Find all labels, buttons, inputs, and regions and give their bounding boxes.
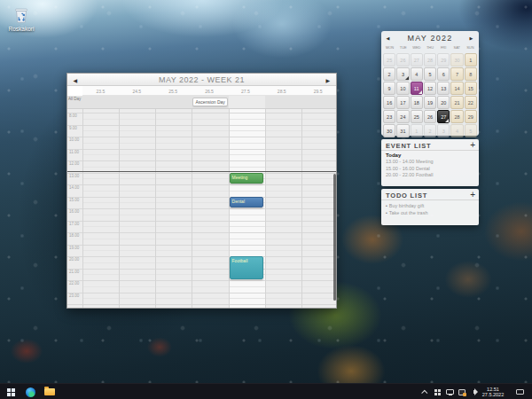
hour-label: 18.00 — [69, 233, 82, 238]
clock-date: 27.5.2022 — [482, 392, 504, 398]
tray-apps-button[interactable] — [432, 384, 442, 399]
day-tile[interactable]: 5 — [424, 67, 436, 81]
day-tile[interactable]: 19 — [424, 96, 436, 109]
hour-label: 8.00 — [69, 113, 82, 118]
day-tile[interactable]: 22 — [465, 96, 477, 109]
day-tile[interactable]: 15 — [465, 82, 477, 95]
day-tile[interactable]: 9 — [383, 82, 395, 95]
weekday-label: MON — [383, 45, 396, 52]
day-tile[interactable]: 27 — [411, 53, 423, 66]
windows-logo-icon — [7, 388, 15, 396]
next-week-icon[interactable]: ▶ — [322, 74, 334, 86]
column-divider — [155, 109, 156, 308]
day-tile[interactable]: 16 — [383, 96, 395, 109]
all-day-event[interactable]: Ascension Day — [192, 98, 227, 106]
calendar-event[interactable]: Football — [230, 256, 263, 279]
day-tile[interactable]: 3 — [396, 67, 409, 81]
day-tile[interactable]: 1 — [465, 53, 477, 66]
day-tile[interactable]: 12 — [424, 82, 436, 95]
hour-label: 15.00 — [69, 198, 82, 202]
weekday-label: WED — [410, 45, 423, 52]
half-hour-line — [82, 202, 336, 203]
week-scrollbar[interactable] — [333, 174, 336, 301]
week-view-titlebar[interactable]: ◀ MAY 2022 - WEEK 21 ▶ — [67, 74, 336, 86]
touch-keyboard-icon — [516, 389, 524, 395]
sync-tray-button[interactable] — [457, 384, 467, 399]
day-tile[interactable]: 5 — [465, 124, 477, 137]
calendar-event[interactable]: Dental — [230, 197, 263, 208]
start-button[interactable] — [2, 384, 20, 399]
edge-browser-button[interactable] — [21, 384, 39, 399]
all-day-label: All Day — [68, 97, 82, 101]
day-tile[interactable]: 25 — [411, 110, 423, 123]
day-tile[interactable]: 17 — [396, 96, 409, 109]
day-tile[interactable]: 26 — [396, 53, 409, 66]
day-tile[interactable]: 6 — [437, 67, 450, 81]
day-tile[interactable]: 3 — [437, 124, 450, 137]
hour-label: 13.00 — [69, 174, 82, 178]
day-tile[interactable]: 25 — [383, 53, 395, 66]
bullet-icon: • — [386, 210, 387, 215]
day-tile[interactable]: 8 — [465, 67, 477, 81]
hour-label: 16.00 — [69, 209, 82, 214]
prev-week-icon[interactable]: ◀ — [69, 74, 82, 86]
day-tile[interactable]: 30 — [450, 53, 463, 66]
day-tile[interactable]: 30 — [383, 124, 395, 137]
day-tile[interactable]: 20 — [437, 96, 450, 109]
desktop-icon-recycle-bin[interactable]: Roskakori — [0, 5, 43, 32]
event-list-item[interactable]: 15.00 - 16.00 Dental — [386, 166, 474, 173]
day-tile[interactable]: 21 — [450, 96, 463, 109]
hour-line — [67, 197, 336, 198]
desktop-icon-label: Roskakori — [0, 26, 43, 32]
day-tile[interactable]: 28 — [424, 53, 436, 66]
desktop-wallpaper: Roskakori ◀ MAY 2022 - WEEK 21 ▶ 23.524.… — [0, 0, 532, 399]
day-tile[interactable]: 28 — [450, 110, 463, 123]
taskbar-clock[interactable]: 12.51 27.5.2022 — [480, 384, 506, 399]
file-explorer-button[interactable] — [41, 384, 59, 399]
day-header-row: 23.524.525.526.527.528.529.5 — [82, 86, 336, 96]
hour-label: 23.00 — [69, 293, 82, 298]
day-tile[interactable]: 18 — [411, 96, 423, 109]
add-todo-icon[interactable]: + — [470, 190, 475, 200]
hour-line — [67, 184, 336, 185]
day-tile[interactable]: 13 — [437, 82, 450, 95]
network-tray-button[interactable] — [444, 384, 455, 399]
day-tile-today[interactable]: 27 — [437, 110, 450, 123]
day-column-label: 25.5 — [155, 86, 192, 95]
todo-list-item[interactable]: •Buy birthday gift — [386, 202, 474, 209]
day-tile[interactable]: 10 — [396, 82, 409, 95]
day-tile[interactable]: 2 — [383, 67, 395, 81]
day-tile[interactable]: 14 — [450, 82, 463, 95]
prev-month-icon[interactable]: ◀ — [382, 31, 395, 45]
volume-tray-button[interactable] — [469, 384, 480, 399]
next-month-icon[interactable]: ▶ — [466, 31, 478, 45]
todo-list-item[interactable]: •Take out the trash — [386, 209, 474, 216]
day-tile[interactable]: 29 — [465, 110, 477, 123]
column-divider — [192, 109, 192, 308]
event-list-header: EVENT LIST + — [381, 139, 479, 151]
day-tile[interactable]: 23 — [383, 110, 395, 123]
day-tile[interactable]: 24 — [396, 110, 409, 123]
day-tile[interactable]: 4 — [411, 67, 423, 81]
weekday-label: TUE — [396, 45, 410, 52]
touch-keyboard-button[interactable] — [512, 384, 527, 399]
day-column-label: 28.5 — [263, 86, 300, 95]
day-tile[interactable]: 29 — [437, 53, 450, 66]
day-tile[interactable]: 4 — [450, 124, 463, 137]
day-tile[interactable]: 7 — [450, 67, 463, 81]
hour-line — [67, 232, 336, 233]
tray-overflow-button[interactable] — [419, 384, 430, 399]
day-tile[interactable]: 1 — [411, 124, 423, 137]
event-list-item[interactable]: 13.00 - 14.00 Meeting — [386, 159, 474, 166]
today-column-highlight — [229, 96, 265, 108]
column-divider — [82, 109, 83, 308]
day-tile[interactable]: 26 — [424, 110, 436, 123]
calendar-event[interactable]: Meeting — [230, 173, 263, 184]
hour-line — [67, 245, 336, 246]
day-tile[interactable]: 2 — [424, 124, 436, 137]
event-list-item[interactable]: 20.00 - 22.00 Football — [386, 172, 474, 179]
day-tile-selected[interactable]: 11 — [411, 82, 423, 95]
day-tile[interactable]: 31 — [396, 124, 409, 137]
hour-label: 19.00 — [69, 246, 82, 250]
add-event-icon[interactable]: + — [470, 140, 475, 150]
